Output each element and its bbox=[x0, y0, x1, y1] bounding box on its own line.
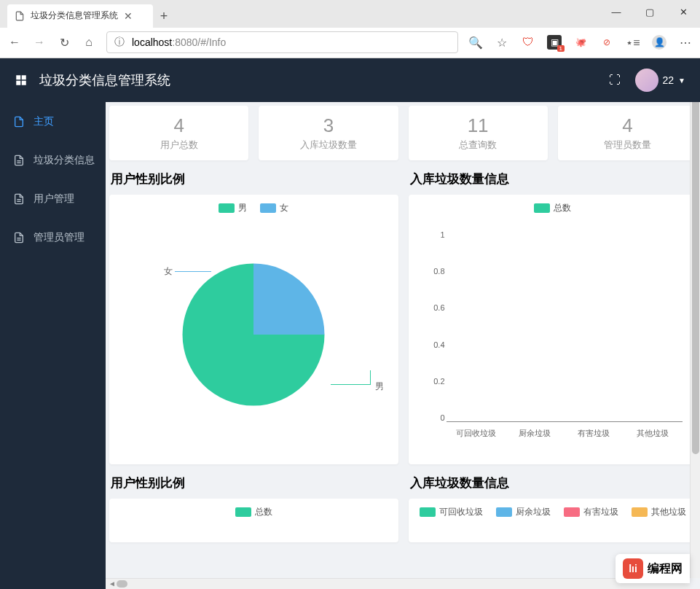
legend-recyclable[interactable]: 可回收垃圾 bbox=[420, 506, 483, 518]
user-label: 22 bbox=[663, 74, 675, 86]
stat-card-users: 4 用户总数 bbox=[109, 106, 248, 160]
stat-label: 用户总数 bbox=[160, 139, 198, 152]
home-button[interactable]: ⌂ bbox=[82, 36, 96, 49]
extension-icon-2[interactable]: ▣1 bbox=[547, 35, 562, 50]
pie-label-female: 女 bbox=[164, 265, 173, 278]
app-menu-icon[interactable] bbox=[15, 74, 28, 87]
close-window-button[interactable]: ✕ bbox=[666, 0, 700, 23]
sidebar-item-admins[interactable]: 管理员管理 bbox=[0, 218, 106, 257]
sidebar-item-label: 主页 bbox=[34, 115, 54, 128]
legend-kitchen[interactable]: 厨余垃圾 bbox=[496, 506, 551, 518]
search-icon[interactable]: 🔍 bbox=[468, 36, 483, 50]
menu-icon[interactable]: ⋯ bbox=[678, 36, 693, 50]
chart-card-4: 可回收垃圾 厨余垃圾 有害垃圾 其他垃圾 bbox=[409, 499, 698, 542]
stat-value: 3 bbox=[323, 114, 334, 137]
user-menu[interactable]: 22 ▼ bbox=[635, 69, 685, 92]
main-content: 4 用户总数 3 入库垃圾数量 11 总查询数 4 管理员数量 用 bbox=[106, 58, 700, 589]
svg-rect-3 bbox=[22, 81, 26, 85]
legend-total[interactable]: 总数 bbox=[534, 202, 571, 214]
legend-female[interactable]: 女 bbox=[260, 202, 288, 214]
avatar bbox=[635, 69, 658, 92]
stat-value: 4 bbox=[622, 114, 632, 137]
new-tab-button[interactable]: + bbox=[153, 6, 175, 28]
stat-card-admins: 4 管理员数量 bbox=[558, 106, 697, 160]
chart-title-trash: 入库垃圾数量信息 bbox=[409, 171, 698, 187]
info-icon: ⓘ bbox=[114, 36, 125, 49]
sidebar: 主页 垃圾分类信息 用户管理 管理员管理 bbox=[0, 58, 106, 589]
browser-chrome: 垃圾分类信息管理系统 ✕ + — ▢ ✕ ← → ↻ ⌂ ⓘ localhost… bbox=[0, 0, 700, 58]
profile-icon[interactable]: 👤 bbox=[652, 35, 666, 50]
refresh-button[interactable]: ↻ bbox=[57, 36, 71, 50]
stat-label: 管理员数量 bbox=[604, 139, 651, 152]
sidebar-item-label: 用户管理 bbox=[34, 192, 74, 206]
stat-card-queries: 11 总查询数 bbox=[409, 106, 548, 160]
sidebar-item-home[interactable]: 主页 bbox=[0, 102, 106, 141]
bar-area bbox=[447, 236, 683, 422]
extension-icon-4[interactable]: ⊘ bbox=[599, 35, 614, 50]
tab-title: 垃圾分类信息管理系统 bbox=[31, 9, 118, 22]
url-input[interactable]: ⓘ localhost:8080/#/Info bbox=[106, 31, 458, 53]
tab-close-icon[interactable]: ✕ bbox=[124, 10, 133, 22]
stat-card-trash: 3 入库垃圾数量 bbox=[259, 106, 398, 160]
browser-tab[interactable]: 垃圾分类信息管理系统 ✕ bbox=[7, 4, 153, 28]
url-text: localhost:8080/#/Info bbox=[132, 36, 226, 48]
document-icon bbox=[13, 155, 25, 166]
stat-label: 入库垃圾数量 bbox=[300, 139, 357, 152]
document-icon bbox=[13, 232, 25, 243]
legend-hazardous[interactable]: 有害垃圾 bbox=[564, 506, 618, 518]
stat-value: 4 bbox=[173, 114, 184, 137]
horizontal-scrollbar[interactable]: ◄ bbox=[106, 578, 690, 589]
watermark-text: 编程网 bbox=[648, 561, 683, 577]
tab-strip: 垃圾分类信息管理系统 ✕ + — ▢ ✕ bbox=[0, 0, 700, 28]
bar-xaxis: 可回收垃圾 厨余垃圾 有害垃圾 其他垃圾 bbox=[447, 428, 683, 439]
favorite-icon[interactable]: ☆ bbox=[495, 36, 509, 50]
chevron-down-icon: ▼ bbox=[678, 77, 685, 85]
chart-card-3: 总数 bbox=[109, 499, 398, 542]
forward-button[interactable]: → bbox=[32, 36, 47, 49]
sidebar-item-label: 垃圾分类信息 bbox=[34, 154, 95, 167]
sidebar-item-label: 管理员管理 bbox=[34, 231, 84, 244]
app-title: 垃圾分类信息管理系统 bbox=[39, 71, 609, 89]
svg-rect-0 bbox=[16, 75, 20, 79]
stat-value: 11 bbox=[468, 114, 489, 137]
document-icon bbox=[13, 116, 25, 128]
app-header: 垃圾分类信息管理系统 ⛶ 22 ▼ bbox=[0, 58, 700, 102]
legend-other[interactable]: 其他垃圾 bbox=[632, 506, 686, 518]
legend-total[interactable]: 总数 bbox=[235, 506, 272, 518]
svg-rect-1 bbox=[22, 75, 26, 79]
address-bar: ← → ↻ ⌂ ⓘ localhost:8080/#/Info 🔍 ☆ 🛡 ▣1… bbox=[0, 28, 700, 58]
pie-chart-card: 男 女 女 男 bbox=[109, 195, 398, 464]
pie-label-male: 男 bbox=[375, 381, 384, 393]
stat-label: 总查询数 bbox=[459, 139, 497, 152]
page-icon bbox=[15, 11, 25, 21]
chart-title-gender-2: 用户性别比例 bbox=[109, 475, 398, 491]
extension-icons: 🔍 ☆ 🛡 ▣1 🐙 ⊘ ⋆≡ 👤 ⋯ bbox=[468, 35, 693, 50]
bar-yaxis: 10.80.60.40.20 bbox=[425, 230, 445, 422]
sidebar-item-trash-info[interactable]: 垃圾分类信息 bbox=[0, 141, 106, 179]
stat-row: 4 用户总数 3 入库垃圾数量 11 总查询数 4 管理员数量 bbox=[109, 106, 700, 171]
chart-title-trash-2: 入库垃圾数量信息 bbox=[409, 475, 698, 491]
window-controls: — ▢ ✕ bbox=[599, 0, 700, 23]
vertical-scrollbar[interactable] bbox=[690, 58, 700, 578]
legend-male[interactable]: 男 bbox=[219, 202, 247, 214]
favorites-icon[interactable]: ⋆≡ bbox=[626, 36, 640, 50]
watermark: lıi 编程网 bbox=[616, 554, 690, 583]
pie-chart bbox=[183, 264, 325, 406]
sidebar-item-users[interactable]: 用户管理 bbox=[0, 179, 106, 218]
ublock-icon[interactable]: 🛡 bbox=[521, 35, 535, 50]
watermark-logo-icon: lıi bbox=[623, 558, 643, 579]
extension-icon-3[interactable]: 🐙 bbox=[573, 35, 588, 50]
document-icon bbox=[13, 193, 25, 205]
back-button[interactable]: ← bbox=[7, 36, 22, 49]
bar-chart-card: 总数 10.80.60.40.20 bbox=[409, 195, 698, 464]
chart-title-gender: 用户性别比例 bbox=[109, 171, 398, 187]
minimize-button[interactable]: — bbox=[599, 0, 633, 23]
svg-rect-2 bbox=[16, 81, 20, 85]
maximize-button[interactable]: ▢ bbox=[633, 0, 666, 23]
fullscreen-icon[interactable]: ⛶ bbox=[609, 74, 621, 87]
